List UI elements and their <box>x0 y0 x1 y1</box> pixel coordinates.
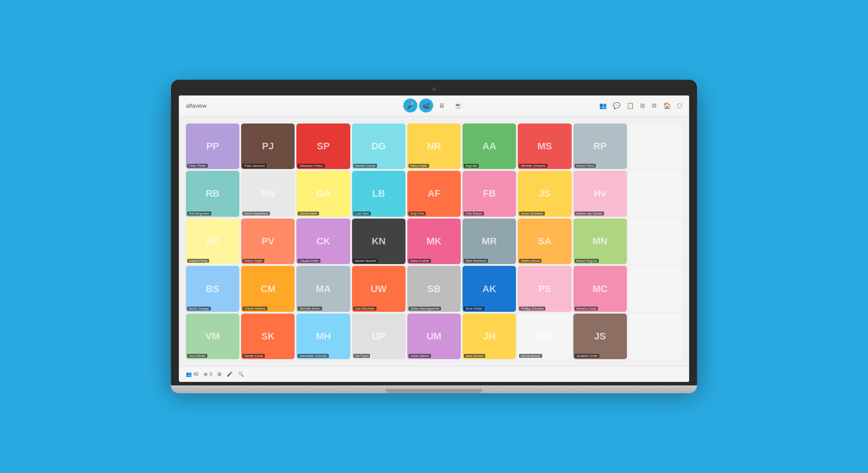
video-tile[interactable] <box>629 171 682 217</box>
participant-name-label: Petros Vogler <box>242 259 264 263</box>
participants-count: 👥 40 <box>186 371 198 377</box>
video-tile[interactable]: MSMichelle Schwartz <box>518 124 571 169</box>
participant-name-label: Felix Brauer <box>464 212 484 215</box>
participant-name-label: Ralf Bergmann <box>187 212 211 215</box>
video-tile[interactable]: LBLeah Baer <box>352 171 406 217</box>
video-tile[interactable]: BSBenito Savage <box>186 266 239 312</box>
participants-icon[interactable]: 👥 <box>599 102 607 109</box>
app-header: alfaview 🎤 📹 🖥 ☕ 👥 💬 📋 ⊞ ⚙ 🏠 ⬡ <box>179 95 689 116</box>
participant-name-label: Anja Abt <box>464 164 479 168</box>
participant-name-label: Anne Köhler <box>464 307 484 311</box>
video-tile[interactable]: NRNikica Radić <box>407 124 461 169</box>
video-tile[interactable]: HvHeleen van Geistel <box>573 171 627 217</box>
video-tile[interactable]: MHMaximilian Holzman <box>296 314 350 360</box>
settings-icon[interactable]: ⚙ <box>651 102 657 109</box>
video-tile[interactable]: RPRobert Pabst <box>573 124 627 169</box>
video-tile[interactable]: SBStefan Baumgaertner <box>407 266 461 312</box>
eye-number: 0 <box>210 372 212 377</box>
coffee-button[interactable]: ☕ <box>451 99 465 113</box>
participant-name-label: Marina Brauer <box>519 354 542 358</box>
participant-name-label: Sander Kruse <box>242 354 265 358</box>
video-tile[interactable]: FBFelix Brauer <box>462 171 516 217</box>
header-center-controls: 🎤 📹 🖥 ☕ <box>403 99 465 113</box>
video-tile[interactable]: JSJonas Schreiber <box>518 171 571 217</box>
video-tile[interactable]: SKSander Kruse <box>241 314 295 360</box>
mic-footer-icon[interactable]: 🎤 <box>227 371 233 377</box>
grid-view-icon[interactable]: ⊞ <box>640 102 645 109</box>
video-tile[interactable]: UPUte Papst <box>352 314 406 360</box>
video-tile[interactable] <box>629 266 682 312</box>
participant-name-label: Ute Papst <box>353 354 370 358</box>
video-tile[interactable]: RBRalf Bergmann <box>186 171 239 217</box>
eye-count: 👁 0 <box>203 372 212 377</box>
participant-name-label: Sebastian Peters <box>298 164 324 168</box>
participant-name-label: Gérard Allain <box>298 212 319 215</box>
exit-icon[interactable]: ⬡ <box>677 102 682 109</box>
video-tile[interactable]: PSPhillipp Schuster <box>518 266 571 312</box>
participant-name-label: Uwe Wechsler <box>353 307 377 311</box>
participant-number: 40 <box>193 372 198 377</box>
participant-name-label: Neera Napolitano <box>242 212 270 215</box>
video-tile[interactable]: NNNeera Napolitano <box>241 171 295 217</box>
home-icon[interactable]: 🏠 <box>663 102 671 109</box>
chat-icon[interactable]: 💬 <box>613 102 620 109</box>
participant-name-label: Leah Baer <box>353 212 371 215</box>
grid-footer-icon[interactable]: ⊞ <box>217 371 221 377</box>
participant-name-label: Jonathan Smith <box>575 354 600 358</box>
video-tile[interactable] <box>629 219 682 265</box>
participant-name-label: Maria Koehler <box>409 259 431 263</box>
laptop-base <box>171 385 697 393</box>
video-tile[interactable]: MNMezan Nuguse <box>573 219 627 265</box>
video-tile[interactable]: SPSebastian Peters <box>296 124 350 169</box>
participant-name-label: Karolin Neudorf <box>353 259 378 263</box>
participant-name-label: Urbán Marton <box>409 354 431 358</box>
video-tile[interactable]: CKClaudia Keller <box>296 219 350 265</box>
video-tile[interactable]: MBMarina Brauer <box>518 314 571 360</box>
app-main: PPPeter PfeiferPJPetra JamesonSPSebastia… <box>179 116 689 367</box>
mic-button[interactable]: 🎤 <box>403 99 417 113</box>
participant-name-label: Heleen van Geistel <box>575 212 604 215</box>
video-tile[interactable]: SKSophia König <box>186 219 239 265</box>
app-logo: alfaview <box>186 102 206 109</box>
video-tile[interactable]: JHJana Henzler <box>462 314 516 360</box>
participant-name-label: Jonas Schreiber <box>519 212 545 215</box>
video-tile[interactable]: MCMariana Costa <box>573 266 627 312</box>
video-tile[interactable]: DGDaniela Gerste <box>352 124 406 169</box>
participant-name-label: Michelle Achen <box>298 307 322 311</box>
participant-name-label: Stefan Baumgaertner <box>409 307 441 311</box>
participant-name-label: Phillipp Schuster <box>519 307 545 311</box>
participant-name-label: Benito Savage <box>187 307 211 311</box>
participant-name-label: Robert Pabst <box>575 164 596 168</box>
video-tile[interactable]: AKAnne Köhler <box>462 266 516 312</box>
participant-name-label: Nikica Radić <box>409 164 429 168</box>
video-tile[interactable]: MRMike Reinhardt <box>462 219 516 265</box>
video-tile[interactable]: MKMaria Koehler <box>407 219 461 265</box>
video-tile[interactable]: UWUwe Wechsler <box>352 266 406 312</box>
video-tile[interactable]: UMUrbán Marton <box>407 314 461 360</box>
video-tile[interactable]: SASteffen Amsel <box>518 219 571 265</box>
video-tile[interactable]: JSJonathan Smith <box>573 314 627 360</box>
search-footer-icon[interactable]: 🔍 <box>238 371 244 377</box>
participant-name-label: Peter Pfeifer <box>187 164 208 168</box>
video-tile[interactable]: KNKarolin Neudorf <box>352 219 406 265</box>
laptop-container: alfaview 🎤 📹 🖥 ☕ 👥 💬 📋 ⊞ ⚙ 🏠 ⬡ <box>171 80 697 394</box>
clipboard-icon[interactable]: 📋 <box>626 102 634 109</box>
video-tile[interactable]: MAMichelle Achen <box>296 266 350 312</box>
video-tile[interactable]: CMCharlie Mathew <box>241 266 295 312</box>
video-tile[interactable]: PPPeter Pfeifer <box>186 124 239 169</box>
cam-button[interactable]: 📹 <box>419 99 433 113</box>
screen-share-button[interactable]: 🖥 <box>435 99 449 113</box>
screen-bezel: alfaview 🎤 📹 🖥 ☕ 👥 💬 📋 ⊞ ⚙ 🏠 ⬡ <box>171 80 697 386</box>
video-tile[interactable] <box>629 314 682 360</box>
video-tile[interactable]: AAAnja Abt <box>462 124 516 169</box>
video-tile[interactable]: GAGérard Allain <box>296 171 350 217</box>
participant-name-label: Jana Henzler <box>464 354 485 358</box>
participant-name-label: Vera Mikulić <box>187 354 207 358</box>
video-tile[interactable]: PVPetros Vogler <box>241 219 295 265</box>
participant-name-label: Charlie Mathew <box>242 307 267 311</box>
video-tile[interactable]: PJPetra Jameson <box>241 124 295 169</box>
participants-footer-icon: 👥 <box>186 371 192 377</box>
video-tile[interactable]: AFAntje Fink <box>407 171 461 217</box>
video-tile[interactable]: VMVera Mikulić <box>186 314 239 360</box>
video-tile[interactable] <box>629 124 682 169</box>
